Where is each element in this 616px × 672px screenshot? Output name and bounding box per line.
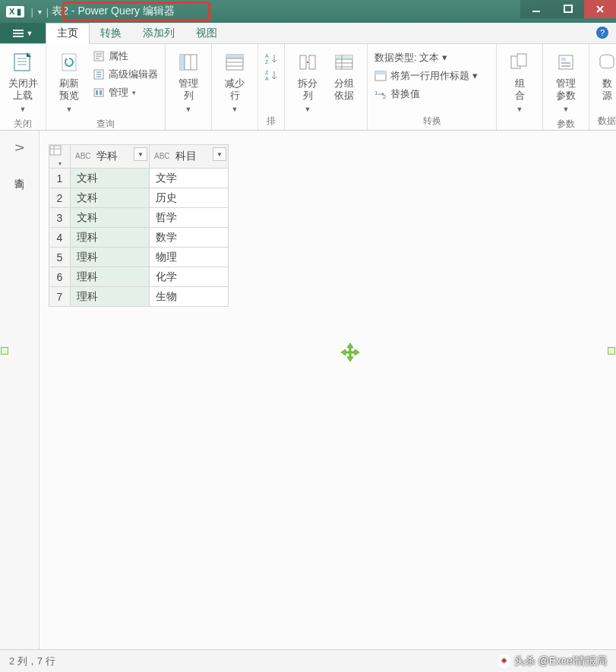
group-icon: [332, 50, 356, 74]
title-bar: X ▮ | ▾ | 表2 - Power Query 编辑器: [0, 0, 616, 23]
column-header-course[interactable]: ABC 科目 ▼: [150, 145, 229, 169]
first-row-header-button[interactable]: 将第一行用作标题 ▾: [372, 68, 480, 84]
split-column-button[interactable]: 拆分列 ▼: [289, 47, 326, 113]
resize-handle-right[interactable]: [608, 347, 615, 355]
advanced-editor-button[interactable]: 高级编辑器: [90, 67, 160, 82]
cell[interactable]: 理科: [71, 248, 150, 267]
svg-text:A: A: [265, 53, 269, 58]
table-row[interactable]: 5理科物理: [49, 248, 229, 267]
data-source-icon: [595, 50, 616, 74]
properties-icon: [93, 50, 105, 62]
svg-rect-26: [517, 54, 526, 66]
data-source-button[interactable]: 数源: [594, 47, 616, 103]
svg-text:1: 1: [374, 90, 378, 96]
expand-panel-icon[interactable]: >: [14, 141, 24, 155]
cell[interactable]: 历史: [150, 188, 229, 208]
cell[interactable]: 文学: [150, 169, 229, 188]
help-icon[interactable]: ?: [596, 27, 608, 39]
resize-handle-left[interactable]: [1, 347, 8, 355]
combine-button[interactable]: 组合 ▼: [501, 47, 538, 113]
ribbon-group-manage-columns: 管理列 ▼: [166, 44, 212, 130]
row-number[interactable]: 7: [49, 287, 71, 307]
advanced-editor-icon: [93, 68, 105, 80]
chevron-down-icon: ▼: [563, 106, 570, 113]
manage-columns-button[interactable]: 管理列 ▼: [170, 47, 207, 113]
table-row[interactable]: 2文科历史: [49, 188, 229, 208]
chevron-down-icon: ▼: [232, 106, 239, 113]
qat-dropdown-icon[interactable]: ▾: [38, 8, 42, 16]
filter-dropdown-icon[interactable]: ▼: [213, 147, 226, 161]
chevron-down-icon: ▼: [305, 106, 311, 113]
sort-descending-button[interactable]: ZA: [263, 68, 280, 82]
cell[interactable]: 理科: [71, 287, 150, 307]
svg-rect-17: [300, 55, 306, 69]
cell[interactable]: 理科: [71, 228, 150, 248]
cell[interactable]: 文科: [71, 169, 150, 188]
status-bar: 2 列，7 行 ✦ 头杀 @Excel情报局: [0, 649, 616, 672]
tab-add-column[interactable]: 添加列: [132, 23, 185, 43]
close-button[interactable]: [584, 0, 616, 18]
table-corner-button[interactable]: ▾: [49, 145, 71, 169]
cell[interactable]: 生物: [150, 287, 229, 307]
tab-home[interactable]: 主页: [46, 23, 90, 44]
svg-rect-18: [309, 55, 315, 69]
maximize-button[interactable]: [552, 0, 584, 18]
row-number[interactable]: 6: [49, 267, 71, 287]
table-row[interactable]: 6理科化学: [49, 267, 229, 287]
table-row[interactable]: 3文科哲学: [49, 208, 229, 228]
cell[interactable]: 数学: [150, 228, 229, 248]
column-header-subject[interactable]: ABC 学科 ▼: [71, 145, 150, 169]
row-number[interactable]: 1: [49, 169, 71, 188]
cell[interactable]: 哲学: [150, 208, 229, 228]
reduce-rows-button[interactable]: 减少行 ▼: [216, 47, 253, 113]
filter-dropdown-icon[interactable]: ▼: [134, 147, 147, 161]
properties-button[interactable]: 属性: [90, 49, 160, 64]
row-number[interactable]: 2: [49, 188, 71, 208]
sort-desc-icon: ZA: [265, 69, 277, 81]
ribbon-group-parameters: 管理参数 ▼ 参数: [543, 44, 589, 130]
queries-side-panel[interactable]: > 查询: [0, 131, 39, 649]
close-load-icon: [11, 50, 35, 74]
manage-parameters-button[interactable]: 管理参数 ▼: [548, 47, 584, 113]
header-row-icon: [374, 70, 387, 82]
chevron-down-icon: ▼: [20, 106, 27, 113]
type-text-icon: ABC: [75, 152, 91, 160]
sort-ascending-button[interactable]: AZ: [263, 52, 280, 65]
close-and-load-button[interactable]: 关闭并上载 ▼: [5, 47, 41, 113]
data-type-button[interactable]: 数据类型: 文本 ▾: [372, 50, 480, 65]
row-number[interactable]: 3: [49, 208, 71, 228]
replace-values-button[interactable]: 12 替换值: [372, 87, 480, 102]
data-grid-area: ▾ ABC 学科 ▼ ABC 科目 ▼ 1文科文学2文科历史3文科哲学4理科数学…: [39, 131, 616, 649]
cell[interactable]: 理科: [71, 267, 150, 287]
table-row[interactable]: 7理科生物: [49, 287, 229, 307]
cell[interactable]: 物理: [150, 248, 229, 267]
status-text: 2 列，7 行: [9, 655, 55, 668]
file-menu-button[interactable]: ▼: [0, 23, 46, 43]
svg-rect-22: [375, 71, 386, 74]
table-row[interactable]: 1文科文学: [49, 169, 229, 188]
svg-rect-12: [226, 55, 243, 58]
ribbon-tabs: 主页 转换 添加列 视图: [46, 23, 228, 43]
refresh-preview-button[interactable]: 刷新预览 ▼: [51, 47, 87, 113]
svg-rect-3: [62, 54, 76, 71]
svg-rect-20: [336, 55, 352, 59]
table-row[interactable]: 4理科数学: [49, 228, 229, 248]
manage-icon: [93, 87, 105, 99]
ribbon-group-split-group: 拆分列 ▼ 分组依据: [285, 44, 368, 130]
cell[interactable]: 化学: [150, 267, 229, 287]
split-icon: [295, 50, 320, 74]
tab-transform[interactable]: 转换: [90, 23, 132, 43]
group-by-button[interactable]: 分组依据: [326, 47, 362, 103]
cell[interactable]: 文科: [71, 208, 150, 228]
ribbon-group-query: 刷新预览 ▼ 属性 高级编辑器 管理 ▾ 查询: [46, 44, 166, 130]
manage-button[interactable]: 管理 ▾: [90, 85, 160, 100]
tab-view[interactable]: 视图: [185, 23, 228, 43]
hamburger-icon: [13, 30, 24, 37]
minimize-button[interactable]: [520, 0, 552, 18]
row-number[interactable]: 5: [49, 248, 71, 267]
data-grid[interactable]: ▾ ABC 学科 ▼ ABC 科目 ▼ 1文科文学2文科历史3文科哲学4理科数学…: [49, 144, 229, 307]
row-number[interactable]: 4: [49, 228, 71, 248]
cell[interactable]: 文科: [71, 188, 150, 208]
window-title: 表2 - Power Query 编辑器: [52, 5, 175, 18]
svg-rect-7: [96, 90, 98, 95]
